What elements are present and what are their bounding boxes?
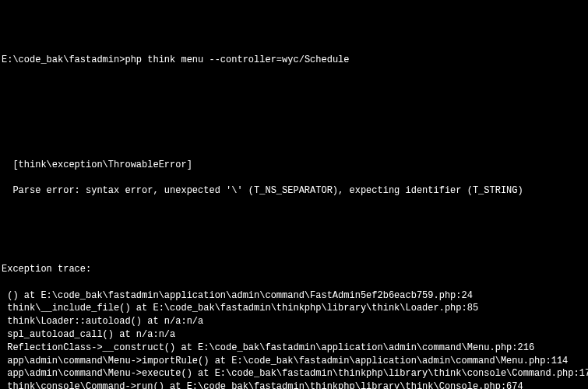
blank-line: [2, 80, 586, 93]
trace-line: think\__include_file() at E:\code_bak\fa…: [2, 302, 586, 315]
error-message: Parse error: syntax error, unexpected '\…: [2, 184, 586, 198]
trace-line: think\Loader::autoload() at n/a:n/a: [2, 315, 586, 328]
blank-line: [2, 132, 586, 145]
blank-line: [2, 237, 586, 250]
error-header: [think\exception\ThrowableError]: [2, 159, 586, 172]
command-line-1: E:\code_bak\fastadmin>php think menu --c…: [2, 54, 586, 67]
trace-line: app\admin\command\Menu->execute() at E:\…: [2, 367, 586, 380]
prompt-path: E:\code_bak\fastadmin>: [2, 54, 125, 65]
trace-title: Exception trace:: [2, 263, 586, 276]
blank-line: [2, 106, 586, 119]
trace-line: think\console\Command->run() at E:\code_…: [2, 380, 586, 389]
trace-line: ReflectionClass->__construct() at E:\cod…: [2, 342, 586, 355]
blank-line: [2, 211, 586, 224]
trace-line: spl_autoload_call() at n/a:n/a: [2, 328, 586, 342]
trace-line: app\admin\command\Menu->importRule() at …: [2, 355, 586, 368]
trace-line: () at E:\code_bak\fastadmin\application\…: [2, 289, 586, 303]
exception-trace: () at E:\code_bak\fastadmin\application\…: [2, 289, 586, 389]
command-text: php think menu --controller=wyc/Schedule: [125, 54, 349, 65]
